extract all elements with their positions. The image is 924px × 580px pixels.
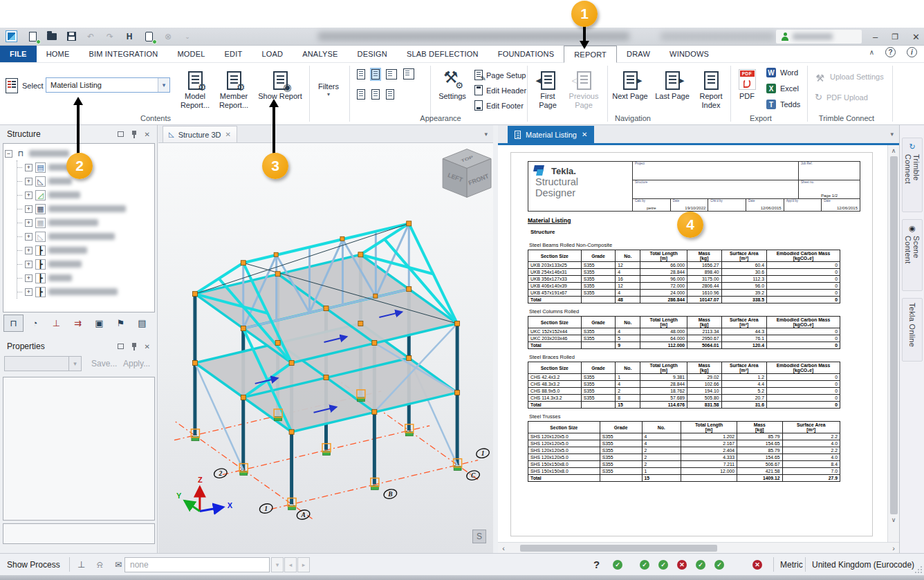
vertical-scrollbar[interactable]: ∧ ∨ <box>887 145 899 542</box>
single-page-view-icon[interactable] <box>357 69 365 79</box>
fit-page-icon[interactable] <box>386 89 394 100</box>
expand-icon[interactable]: + <box>25 233 33 241</box>
open-button[interactable] <box>46 31 57 42</box>
scrollbar-thumb[interactable] <box>890 156 898 514</box>
expand-icon[interactable]: + <box>25 205 33 213</box>
chevron-down-icon[interactable]: ▾ <box>484 131 488 138</box>
pdf-upload-button[interactable]: ↻ PDF Upload <box>815 92 868 102</box>
edit-footer-button[interactable]: Edit Footer <box>474 100 524 111</box>
next-process-icon[interactable]: ▸ <box>297 557 310 572</box>
page-setup-button[interactable]: Page Setup <box>474 70 526 80</box>
tree-item-slope-dim[interactable]: +◺ <box>17 230 153 243</box>
ribbon-tab-bim-integration[interactable]: BIM INTEGRATION <box>79 46 167 62</box>
collapse-ribbon-icon[interactable]: ∧ <box>869 48 874 56</box>
ribbon-tab-draw[interactable]: DRAW <box>617 46 660 62</box>
tab-material-listing[interactable]: Material Listing ✕ <box>508 126 594 143</box>
ribbon-tab-analyse[interactable]: ANALYSE <box>293 46 347 62</box>
first-page-button[interactable]: ◀ First Page <box>533 66 563 109</box>
dock-splitter[interactable] <box>493 125 498 553</box>
validate-button[interactable] <box>143 31 154 42</box>
save-button[interactable] <box>66 31 77 42</box>
expand-icon[interactable]: + <box>25 261 33 268</box>
previous-page-button[interactable]: ◁ Previous Page <box>566 66 602 109</box>
properties-apply-button[interactable]: Apply... <box>123 359 150 368</box>
scrollbar-thumb[interactable] <box>520 545 717 552</box>
close-tab-icon[interactable]: ✕ <box>225 131 230 138</box>
filters-button[interactable]: Filters ▾ <box>313 82 344 97</box>
ribbon-tab-edit[interactable]: EDIT <box>215 46 252 62</box>
ribbon-tab-model[interactable]: MODEL <box>167 46 214 62</box>
structure-view-button[interactable]: ⊓ <box>3 315 24 332</box>
tree-item-grid[interactable]: +▦ <box>17 202 153 216</box>
frame-flag-tool-icon[interactable]: ⍾ <box>97 554 103 575</box>
show-report-button[interactable]: ◉ Show Report <box>256 66 304 101</box>
chevron-down-icon[interactable]: ▾ <box>890 131 894 138</box>
structure-3d-canvas[interactable]: 2 1 A B C 1 <box>158 143 493 553</box>
view-cube[interactable]: TOP LEFT FRONT <box>443 149 491 198</box>
close-button[interactable]: ✕ <box>912 32 920 42</box>
close-tab-icon[interactable]: ✕ <box>582 131 587 138</box>
expand-icon[interactable]: + <box>25 164 33 171</box>
loading-view-button[interactable]: ⇉ <box>68 315 88 332</box>
export-excel-button[interactable]: X Excel <box>766 84 799 93</box>
chevron-down-icon[interactable]: ▾ <box>271 557 284 572</box>
status-error-icon[interactable]: ✕ <box>677 560 687 570</box>
edit-header-button[interactable]: Edit Header <box>474 85 526 95</box>
ribbon-tab-home[interactable]: HOME <box>37 46 80 62</box>
status-ok-icon[interactable]: ✓ <box>696 560 705 570</box>
status-flag-button[interactable]: ⚑ <box>111 315 131 332</box>
ribbon-tab-report[interactable]: REPORT <box>564 46 617 63</box>
toolbar-options-icon[interactable]: ⌄ <box>182 31 193 42</box>
process-combobox[interactable]: none <box>124 557 270 572</box>
pin-icon[interactable] <box>131 131 137 138</box>
redo-button[interactable]: ↷ <box>104 31 115 42</box>
settings-button[interactable]: Settings <box>434 66 470 101</box>
resize-grip[interactable] <box>915 566 922 573</box>
export-pdf-button[interactable]: PDF PDF <box>734 66 759 101</box>
zoom-page-icon[interactable] <box>357 89 365 100</box>
expand-icon[interactable]: + <box>25 247 33 254</box>
fit-width-icon[interactable] <box>371 89 380 100</box>
ribbon-tab-windows[interactable]: WINDOWS <box>660 46 719 62</box>
scroll-up-icon[interactable]: ∧ <box>888 145 899 156</box>
ribbon-tab-design[interactable]: DESIGN <box>348 46 397 62</box>
properties-preset-combobox[interactable]: ▾ <box>4 356 82 371</box>
scroll-down-icon[interactable]: ∨ <box>888 514 899 525</box>
report-view-button[interactable]: ▤ <box>132 315 152 332</box>
ribbon-tab-load[interactable]: LOAD <box>252 46 293 62</box>
horizontal-scrollbar[interactable]: ‹ › <box>498 542 899 553</box>
ribbon-tab-foundations[interactable]: FOUNDATIONS <box>488 46 564 62</box>
ribbon-tab-file[interactable]: FILE <box>0 46 37 62</box>
report-document-area[interactable]: Tekla. Structural Designer Project Job R… <box>498 145 887 542</box>
scroll-right-icon[interactable]: › <box>888 544 899 552</box>
status-ok-icon[interactable]: ✓ <box>613 560 622 570</box>
report-index-button[interactable]: Report Index <box>696 66 726 109</box>
user-account-badge[interactable] <box>776 30 862 44</box>
wind-view-button[interactable]: ◔ <box>25 315 45 332</box>
help-status-icon[interactable]: ? <box>593 554 600 575</box>
two-page-view-icon[interactable] <box>386 69 397 79</box>
pin-icon[interactable] <box>131 343 137 350</box>
undo-button[interactable]: ↶ <box>85 31 96 42</box>
frame-tool-icon[interactable]: ⊥ <box>77 554 85 575</box>
scroll-left-icon[interactable]: ‹ <box>498 544 509 552</box>
tree-item-sub-grid[interactable]: +▦ <box>17 216 153 230</box>
report-select-combobox[interactable]: Material Listing ▾ <box>46 77 170 93</box>
close-panel-icon[interactable]: ✕ <box>145 343 150 350</box>
tree-item-frames[interactable]: +◿ <box>17 188 153 202</box>
maximize-panel-icon[interactable] <box>118 131 124 137</box>
grid-view-icon[interactable] <box>403 68 414 79</box>
info-icon[interactable]: i <box>907 47 917 57</box>
tree-item-node-group[interactable]: +┣ <box>17 285 153 299</box>
units-status[interactable]: Metric <box>780 554 803 575</box>
status-ok-icon[interactable]: ✓ <box>658 560 668 570</box>
continuous-view-icon[interactable] <box>371 69 380 79</box>
find-icon[interactable]: H <box>124 31 135 42</box>
snapshot-button[interactable]: S <box>472 530 486 543</box>
show-process-button[interactable]: Show Process <box>7 554 60 575</box>
status-ok-icon[interactable]: ✓ <box>640 560 649 570</box>
upload-settings-button[interactable]: Upload Settings <box>815 71 884 82</box>
chevron-down-icon[interactable]: ▾ <box>158 78 169 92</box>
message-icon[interactable]: ✉ <box>115 554 122 575</box>
properties-grid[interactable] <box>3 377 155 521</box>
